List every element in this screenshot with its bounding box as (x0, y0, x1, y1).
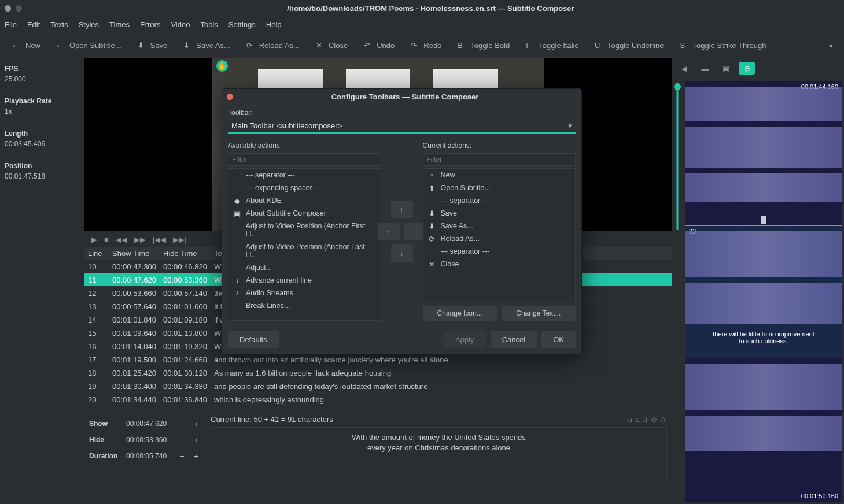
wave-time-bottom: 00:01:50.160 (801, 492, 838, 499)
table-row[interactable]: 1700:01:19.50000:01:24.660and thrown out… (84, 353, 672, 366)
list-item[interactable]: Adjust to Video Position (Anchor First L… (228, 220, 381, 240)
undo-icon: ↶ (364, 41, 372, 49)
tb-open[interactable]: ▫Open Subtitle... (50, 41, 128, 50)
list-item[interactable]: --- separator --- (423, 194, 576, 207)
list-item[interactable]: ◆About KDE (228, 194, 381, 207)
forward-icon[interactable]: ▶▶ (134, 235, 146, 244)
tb-strike[interactable]: SToggle Strike Through (673, 41, 773, 50)
tb-redo[interactable]: ↷Redo (404, 41, 448, 50)
move-up-button[interactable]: ↑ (391, 201, 413, 218)
defaults-button[interactable]: Defaults (228, 331, 279, 348)
stop-icon[interactable]: ■ (104, 235, 109, 244)
move-left-button[interactable]: ← (378, 223, 400, 240)
list-item[interactable]: ⟳Reload As... (423, 232, 576, 245)
wave-link-icon[interactable]: ⊕ (739, 62, 755, 75)
menu-errors[interactable]: Errors (140, 20, 160, 29)
toolbar-select[interactable]: Main Toolbar <subtitlecomposer> (228, 119, 576, 134)
available-filter[interactable] (228, 153, 381, 166)
fmt-underline-icon[interactable]: a (643, 415, 647, 424)
tb-save[interactable]: ⬇Save (131, 41, 175, 50)
current-filter[interactable] (423, 153, 576, 166)
table-row[interactable]: 2000:01:34.44000:01:36.840which is depre… (84, 393, 672, 406)
list-item[interactable]: --- separator --- (423, 245, 576, 258)
tb-new[interactable]: ▫New (6, 41, 47, 50)
rewind-icon[interactable]: ◀◀ (116, 235, 127, 244)
menubar: File Edit Texts Styles Times Errors Vide… (0, 16, 844, 32)
tb-undo[interactable]: ↶Undo (357, 41, 401, 50)
fmt-bold-icon[interactable]: a (628, 415, 632, 424)
list-item[interactable]: Adjust to Video Position (Anchor Last Li… (228, 240, 381, 261)
tb-close[interactable]: ✕Close (309, 41, 355, 50)
menu-edit[interactable]: Edit (27, 20, 40, 29)
hide-plus-icon[interactable]: + (191, 435, 201, 445)
fmt-color-icon[interactable]: A (661, 415, 666, 424)
dur-minus-icon[interactable]: − (177, 451, 187, 461)
window-min-dot[interactable] (16, 5, 22, 12)
hand-icon[interactable]: ✋ (216, 60, 228, 72)
th-hide[interactable]: Hide Time (160, 249, 211, 258)
menu-file[interactable]: File (5, 20, 17, 29)
configure-toolbars-dialog: Configure Toolbars — Subtitle Composer T… (222, 88, 582, 354)
move-down-button[interactable]: ↓ (391, 244, 413, 262)
ok-button[interactable]: OK (541, 331, 576, 348)
window-titlebar: /home/tio/Downloads/TROM Poems - Homeles… (0, 0, 844, 16)
list-item[interactable]: ⬇Save (423, 207, 576, 220)
list-item[interactable]: Break Lines... (228, 299, 381, 312)
toolbar-overflow-icon[interactable]: ▸ (830, 41, 838, 50)
menu-video[interactable]: Video (171, 20, 190, 29)
tb-bold[interactable]: BToggle Bold (451, 41, 517, 50)
list-item[interactable]: ▫New (423, 169, 576, 181)
list-item[interactable]: --- expanding spacer --- (228, 181, 381, 194)
fmt-italic-icon[interactable]: a (636, 415, 640, 424)
wave-minus-icon[interactable]: ▬ (697, 62, 713, 75)
list-item[interactable]: ▣About Subtitle Composer (228, 207, 381, 220)
tb-italic[interactable]: IToggle Italic (519, 41, 585, 50)
bold-icon: B (458, 41, 466, 49)
skip-back-icon[interactable]: |◀◀ (153, 235, 166, 244)
menu-times[interactable]: Times (109, 20, 130, 29)
show-plus-icon[interactable]: + (191, 418, 201, 429)
hide-minus-icon[interactable]: − (177, 435, 187, 445)
skip-fwd-icon[interactable]: ▶▶| (173, 235, 186, 244)
available-list[interactable]: --- separator ------ expanding spacer --… (228, 168, 381, 321)
zoom-slider[interactable] (672, 79, 683, 235)
subtitle-editor[interactable]: With the amount of money the United Stat… (211, 427, 667, 480)
app-icon: ▣ (233, 209, 241, 217)
list-item[interactable]: ✕Close (423, 258, 576, 270)
table-row[interactable]: 1800:01:25.42000:01:30.120As many as 1.6… (84, 366, 672, 380)
available-label: Available actions: (228, 142, 381, 150)
menu-texts[interactable]: Texts (50, 20, 68, 29)
list-item[interactable]: ⬆Open Subtitle... (423, 181, 576, 194)
wave-prev-icon[interactable]: ◀ (676, 62, 692, 75)
show-minus-icon[interactable]: − (177, 418, 187, 429)
table-row[interactable]: 1900:01:30.40000:01:34.380and people are… (84, 380, 672, 393)
tb-saveas[interactable]: ⬇Save As... (176, 41, 237, 50)
waveform-view[interactable]: 00:01:44.160 23 there will be little to … (685, 81, 842, 502)
list-item[interactable]: ♪Audio Streams (228, 287, 381, 299)
list-item[interactable]: ↓Advance current line (228, 274, 381, 287)
th-show[interactable]: Show Time (109, 249, 160, 258)
play-icon[interactable]: ▶ (91, 235, 97, 244)
list-item[interactable]: ⬇Save As... (423, 220, 576, 232)
tb-underline[interactable]: UToggle Underline (588, 41, 671, 50)
dur-plus-icon[interactable]: + (191, 451, 201, 461)
menu-tools[interactable]: Tools (200, 20, 218, 29)
cancel-button[interactable]: Cancel (491, 331, 537, 348)
fmt-strike-icon[interactable]: ⊖ (651, 415, 657, 424)
change-text-button[interactable]: Change Text... (502, 306, 576, 321)
length-value: 00:03:45.406 (5, 140, 80, 148)
dialog-close-icon[interactable] (227, 94, 233, 100)
th-line[interactable]: Line (84, 249, 109, 258)
apply-button[interactable]: Apply (444, 331, 486, 348)
current-list[interactable]: ▫New⬆Open Subtitle...--- separator ---⬇S… (423, 168, 576, 302)
tb-reload[interactable]: ⟳Reload As... (239, 41, 307, 50)
change-icon-button[interactable]: Change Icon... (423, 306, 497, 321)
down-icon: ↓ (233, 276, 241, 284)
menu-help[interactable]: Help (266, 20, 282, 29)
menu-styles[interactable]: Styles (79, 20, 99, 29)
menu-settings[interactable]: Settings (228, 20, 256, 29)
window-close-dot[interactable] (5, 5, 11, 12)
wave-plus-icon[interactable]: ▣ (718, 62, 734, 75)
list-item[interactable]: --- separator --- (228, 169, 381, 181)
list-item[interactable]: Adjust... (228, 261, 381, 274)
